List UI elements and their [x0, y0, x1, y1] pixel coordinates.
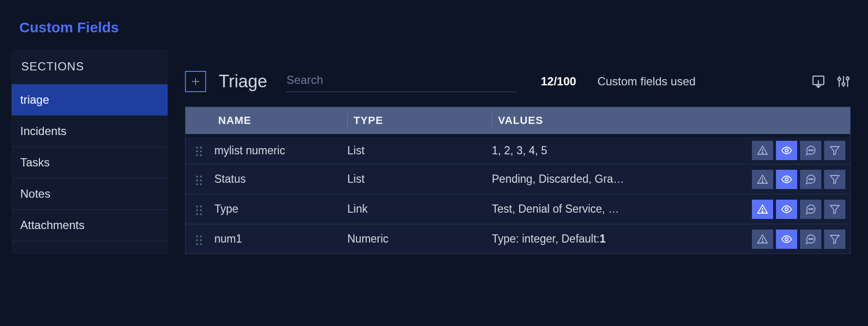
svg-point-17 — [762, 152, 763, 153]
field-name[interactable]: mylist numeric — [212, 144, 347, 157]
svg-point-24 — [196, 179, 198, 181]
field-type: Link — [347, 203, 492, 216]
svg-point-38 — [196, 213, 198, 215]
svg-point-7 — [842, 82, 845, 85]
sidebar-heading: SECTIONS — [12, 49, 168, 84]
comment-icon[interactable] — [800, 141, 821, 160]
fields-table: NAME TYPE VALUES mylist numericList1, 2,… — [185, 107, 851, 254]
filter-icon[interactable] — [824, 230, 845, 249]
filter-icon[interactable] — [824, 170, 845, 189]
sidebar: SECTIONS triageIncidentsTasksNotesAttach… — [12, 49, 168, 254]
page-title: Custom Fields — [0, 0, 868, 49]
svg-point-35 — [200, 205, 202, 207]
row-actions — [744, 141, 850, 160]
svg-point-33 — [812, 178, 813, 179]
eye-icon[interactable] — [776, 141, 797, 160]
svg-point-55 — [809, 238, 810, 239]
drag-handle-icon[interactable] — [185, 174, 212, 185]
settings-sliders-icon[interactable] — [836, 74, 851, 89]
fields-count-label: Custom fields used — [597, 75, 799, 88]
comment-icon[interactable] — [800, 230, 821, 249]
svg-point-42 — [785, 208, 788, 211]
column-header-type[interactable]: TYPE — [347, 112, 492, 129]
svg-point-46 — [196, 235, 198, 237]
comment-icon[interactable] — [800, 200, 821, 219]
svg-point-11 — [200, 147, 202, 149]
table-row: mylist numericList1, 2, 3, 4, 5 — [185, 134, 850, 164]
row-actions — [744, 170, 850, 189]
svg-point-13 — [200, 150, 202, 152]
alert-icon[interactable] — [752, 230, 773, 249]
field-type: Numeric — [347, 232, 492, 245]
svg-point-54 — [785, 238, 788, 241]
drag-handle-icon[interactable] — [185, 233, 212, 245]
svg-point-53 — [762, 241, 763, 242]
row-actions — [744, 200, 850, 219]
search-input[interactable] — [286, 70, 517, 92]
alert-icon[interactable] — [752, 141, 773, 160]
svg-point-56 — [811, 238, 812, 239]
svg-point-39 — [200, 213, 202, 215]
svg-point-41 — [762, 211, 763, 212]
svg-point-48 — [196, 239, 198, 241]
add-field-button[interactable] — [185, 71, 206, 92]
svg-point-43 — [809, 208, 810, 209]
svg-point-25 — [200, 179, 202, 181]
svg-point-44 — [811, 208, 812, 209]
field-type: List — [347, 144, 492, 157]
export-icon[interactable] — [811, 74, 826, 89]
svg-point-57 — [812, 238, 813, 239]
drag-handle-icon[interactable] — [185, 145, 212, 156]
table-row: StatusListPending, Discarded, Gra… — [185, 164, 850, 194]
drag-handle-icon[interactable] — [185, 204, 212, 215]
svg-point-32 — [811, 178, 812, 179]
fields-count: 12/100 — [541, 75, 576, 88]
svg-point-49 — [200, 239, 202, 241]
table-row: TypeLinkTest, Denial of Service, … — [185, 194, 850, 224]
field-name[interactable]: Type — [212, 203, 347, 216]
field-values: 1, 2, 3, 4, 5 — [492, 144, 744, 157]
field-name[interactable]: Status — [212, 173, 347, 186]
sidebar-item-notes[interactable]: Notes — [12, 178, 168, 209]
svg-point-47 — [200, 235, 202, 237]
svg-point-30 — [785, 178, 788, 181]
svg-point-21 — [812, 150, 813, 151]
svg-point-12 — [196, 150, 198, 152]
alert-icon[interactable] — [752, 170, 773, 189]
row-actions — [744, 230, 850, 249]
sidebar-item-triage[interactable]: triage — [12, 84, 168, 115]
table-row: num1NumericType: integer, Default: 1 — [185, 224, 850, 254]
svg-point-14 — [196, 154, 198, 156]
svg-point-29 — [762, 181, 763, 182]
eye-icon[interactable] — [776, 170, 797, 189]
sidebar-item-incidents[interactable]: Incidents — [12, 115, 168, 147]
svg-point-37 — [200, 209, 202, 211]
svg-point-10 — [196, 147, 198, 149]
svg-point-23 — [200, 176, 202, 177]
svg-point-26 — [196, 183, 198, 185]
eye-icon[interactable] — [776, 230, 797, 249]
svg-point-20 — [811, 150, 812, 151]
sidebar-item-attachments[interactable]: Attachments — [12, 209, 168, 241]
section-title: Triage — [219, 71, 267, 92]
column-header-name[interactable]: NAME — [212, 114, 347, 127]
field-values: Type: integer, Default: 1 — [492, 232, 744, 245]
field-name[interactable]: num1 — [212, 232, 347, 245]
svg-point-9 — [846, 77, 849, 80]
topbar: Triage 12/100 Custom fields used — [185, 49, 851, 107]
filter-icon[interactable] — [824, 141, 845, 160]
eye-icon[interactable] — [776, 200, 797, 219]
sidebar-item-tasks[interactable]: Tasks — [12, 147, 168, 178]
alert-icon[interactable] — [752, 200, 773, 219]
svg-point-31 — [809, 178, 810, 179]
field-type: List — [347, 173, 492, 186]
svg-point-22 — [196, 176, 198, 177]
svg-point-45 — [812, 208, 813, 209]
filter-icon[interactable] — [824, 200, 845, 219]
comment-icon[interactable] — [800, 170, 821, 189]
table-header: NAME TYPE VALUES — [185, 107, 850, 134]
svg-point-15 — [200, 154, 202, 156]
svg-point-36 — [196, 209, 198, 211]
column-header-values[interactable]: VALUES — [492, 112, 744, 129]
field-values: Test, Denial of Service, … — [492, 203, 744, 216]
